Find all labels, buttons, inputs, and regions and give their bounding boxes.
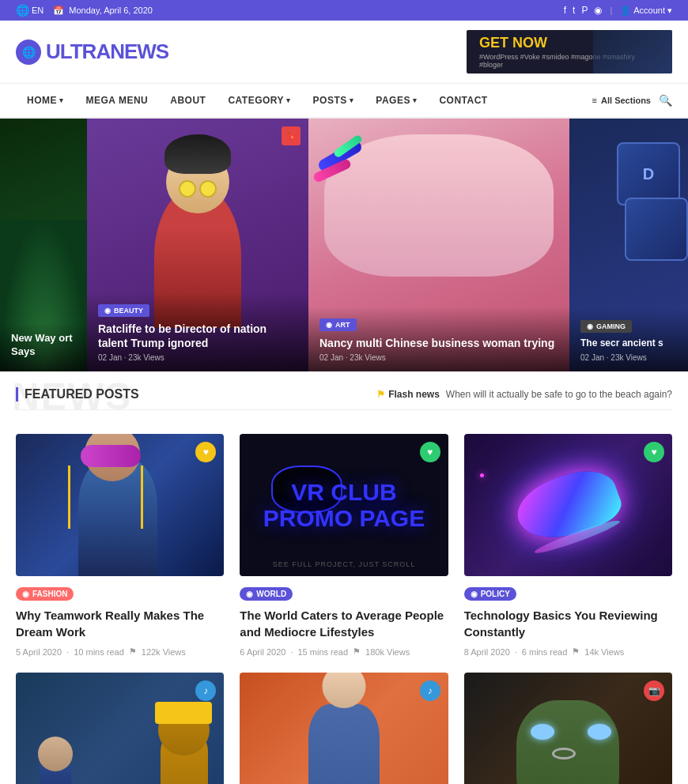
posts-chevron-icon: ▾	[350, 96, 354, 104]
policy-cat-icon: ◉	[471, 590, 478, 598]
slide-4-category: ◉ GAMING	[580, 320, 632, 333]
post-2-icon: ♥	[420, 442, 440, 462]
post-1-read-time: 10 mins read	[74, 647, 124, 657]
post-3-icon: ♥	[644, 442, 664, 462]
slide-3-category: ◉ ART	[319, 318, 357, 331]
post-card-3[interactable]: ♥ ◉ POLICY Technology Basics You Reviewi…	[464, 434, 672, 657]
post-1-meta: 5 April 2020 · 10 mins read ⚑ 122k Views	[16, 646, 224, 657]
featured-title-wrap: NEWS FEATURED POSTS	[16, 387, 139, 401]
bottom-post-card-1[interactable]: ♪	[16, 673, 224, 784]
bottom-post-thumb-3: 📷	[464, 673, 672, 784]
logo[interactable]: 🌐 ULTRANEWS	[16, 40, 168, 65]
slide-4-overlay: ◉ GAMING The secr ancient s 02 Jan · 23k…	[569, 308, 688, 371]
hero-slide-1[interactable]: New Way ort Says	[0, 119, 87, 371]
slide-1-overlay: New Way ort Says	[0, 322, 87, 371]
hero-slide-4[interactable]: D ◉ GAMING The secr ancient s 02 Jan · 2…	[569, 119, 688, 371]
pinterest-icon[interactable]: P	[581, 5, 588, 16]
post-card-1[interactable]: ♥ ◉ FASHION Why Teamwork Really Makes Th…	[16, 434, 224, 657]
home-chevron-icon: ▾	[59, 96, 64, 104]
flash-news-label: ⚑ Flash news	[376, 389, 440, 400]
nav-item-contact[interactable]: CONTACT	[428, 84, 498, 117]
post-1-flag-icon: ⚑	[129, 646, 137, 657]
post-3-date: 8 April 2020	[464, 647, 510, 657]
twitter-icon[interactable]: t	[573, 5, 575, 16]
account-chevron: ▾	[667, 6, 672, 16]
all-sections-button[interactable]: ≡ All Sections	[592, 96, 651, 105]
post-2-category[interactable]: ◉ WORLD	[240, 587, 293, 601]
hero-slide-3[interactable]: ◉ ART Nancy multi Chinese business woman…	[308, 119, 569, 371]
slide-2-overlay: ◉ BEAUTY Ratcliffe to be Director of nat…	[87, 292, 308, 371]
featured-header: NEWS FEATURED POSTS ⚑ Flash news When wi…	[16, 387, 672, 410]
bottom-post-card-3[interactable]: 📷	[464, 673, 672, 784]
header: 🌐 ULTRANEWS GET NOW #WordPress #Voke #sm…	[0, 21, 688, 84]
hero-slider: New Way ort Says 🔖 ◉ BEAUTY Ratcliffe t	[0, 119, 688, 371]
featured-title: FEATURED POSTS	[16, 387, 139, 401]
nav-item-about[interactable]: ABOUT	[159, 84, 217, 117]
post-3-read-time: 6 mins read	[522, 647, 567, 657]
posts-grid: ♥ ◉ FASHION Why Teamwork Really Makes Th…	[0, 434, 688, 673]
post-2-title: The World Caters to Average People and M…	[240, 607, 448, 640]
slide-4-meta: 02 Jan · 23k Views	[580, 353, 677, 362]
category-chevron-icon: ▾	[286, 96, 291, 104]
account-button[interactable]: 👤 Account ▾	[620, 6, 672, 16]
nav-right: ≡ All Sections 🔍	[592, 94, 672, 107]
bottom-post-thumb-2: ♪	[240, 673, 448, 784]
hamburger-icon: ≡	[592, 96, 597, 105]
nav-item-home[interactable]: HOME ▾	[16, 84, 75, 117]
instagram-icon[interactable]: ◉	[594, 5, 602, 16]
post-3-views: 14k Views	[584, 647, 624, 657]
post-2-read-time: 15 mins read	[298, 647, 349, 657]
bottom-post-2-icon: ♪	[420, 680, 440, 701]
facebook-icon[interactable]: f	[564, 5, 566, 16]
nav-item-pages[interactable]: PAGES ▾	[365, 84, 428, 117]
slide-3-title: Nancy multi Chinese business woman tryin…	[319, 336, 558, 350]
flash-icon: ⚑	[376, 389, 385, 400]
post-thumb-2: VR CLUB PROMO PAGE SEE FULL PROJECT, JUS…	[240, 434, 448, 576]
slide-1-title: New Way ort Says	[11, 332, 76, 359]
post-2-meta: 6 April 2020 · 15 mins read ⚑ 180k Views	[240, 646, 448, 657]
nav-item-mega-menu[interactable]: MEGA MENU	[75, 84, 160, 117]
account-icon: 👤	[620, 6, 631, 16]
slide-2-category: ◉ BEAUTY	[98, 304, 149, 317]
bottom-post-3-icon: 📷	[644, 680, 664, 701]
logo-text: ULTRANEWS	[46, 40, 168, 64]
language-selector[interactable]: 🌐 EN	[16, 4, 43, 17]
bottom-post-thumb-1: ♪	[16, 673, 224, 784]
ad-banner[interactable]: GET NOW #WordPress #Voke #smideo #magone…	[467, 30, 672, 74]
post-2-date: 6 April 2020	[240, 647, 285, 657]
social-links: f t P ◉	[564, 5, 603, 16]
pages-chevron-icon: ▾	[413, 96, 418, 104]
date-display: 📅 Monday, April 6, 2020	[53, 6, 153, 16]
post-3-category[interactable]: ◉ POLICY	[464, 587, 516, 601]
post-1-category[interactable]: ◉ FASHION	[16, 587, 74, 601]
top-bar-left: 🌐 EN 📅 Monday, April 6, 2020	[16, 4, 153, 17]
post-thumb-1: ♥	[16, 434, 224, 576]
post-2-flag-icon: ⚑	[353, 646, 361, 657]
nav-item-posts[interactable]: POSTS ▾	[302, 84, 365, 117]
slide-2-meta: 02 Jan · 23k Views	[98, 353, 297, 362]
fashion-cat-icon: ◉	[22, 590, 29, 598]
post-3-meta: 8 April 2020 · 6 mins read ⚑ 14k Views	[464, 646, 672, 657]
post-1-title: Why Teamwork Really Makes The Dream Work	[16, 607, 224, 640]
nav-items: HOME ▾ MEGA MENU ABOUT CATEGORY ▾ POSTS …	[16, 84, 499, 117]
hero-slide-2[interactable]: 🔖 ◉ BEAUTY Ratcliffe to be Director of n…	[87, 119, 308, 371]
bottom-post-card-2[interactable]: ♪	[240, 673, 448, 784]
post-thumb-3: ♥	[464, 434, 672, 576]
top-bar: 🌐 EN 📅 Monday, April 6, 2020 f t P ◉ | 👤…	[0, 0, 688, 21]
flash-news: ⚑ Flash news When will it actually be sa…	[376, 389, 672, 400]
post-card-2[interactable]: VR CLUB PROMO PAGE SEE FULL PROJECT, JUS…	[240, 434, 448, 657]
navigation: HOME ▾ MEGA MENU ABOUT CATEGORY ▾ POSTS …	[0, 84, 688, 119]
slide-2-bookmark[interactable]: 🔖	[282, 126, 301, 145]
post-1-views: 122k Views	[142, 647, 186, 657]
ad-bg-image	[593, 30, 672, 74]
featured-section: NEWS FEATURED POSTS ⚑ Flash news When wi…	[0, 371, 688, 434]
post-2-views: 180k Views	[365, 647, 410, 657]
slide-4-title: The secr ancient s	[580, 337, 677, 350]
slide-3-overlay: ◉ ART Nancy multi Chinese business woman…	[308, 307, 569, 371]
nav-item-category[interactable]: CATEGORY ▾	[217, 84, 301, 117]
post-3-flag-icon: ⚑	[572, 646, 580, 657]
search-button[interactable]: 🔍	[659, 94, 672, 107]
slide-3-meta: 02 Jan · 23k Views	[319, 353, 558, 362]
slide-2-title: Ratcliffe to be Director of nation talen…	[98, 322, 297, 350]
flash-news-text: When will it actually be safe to go to t…	[446, 389, 672, 400]
